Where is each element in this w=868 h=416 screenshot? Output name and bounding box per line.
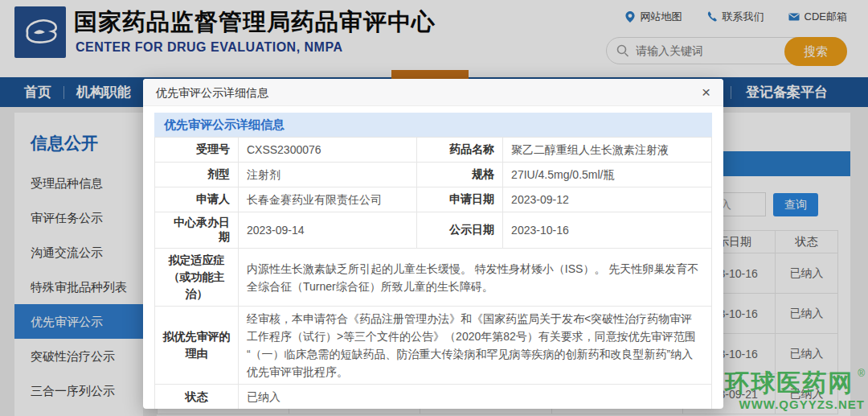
- detail-row: 拟定适应症（或功能主治）内源性生长激素缺乏所引起的儿童生长缓慢。 特发性身材矮小…: [155, 249, 712, 307]
- detail-value: 长春金赛药业有限责任公司: [238, 187, 416, 212]
- modal-title: 优先审评公示详细信息: [143, 79, 723, 106]
- detail-label: 公示日期: [416, 212, 502, 249]
- detail-label: 规格: [416, 163, 502, 187]
- close-icon[interactable]: ×: [702, 79, 710, 106]
- watermark-reg: ®: [858, 368, 865, 379]
- detail-label: 中心承办日期: [155, 212, 239, 249]
- detail-label: 剂型: [155, 163, 239, 187]
- detail-table: 受理号CXSS2300076药品名称聚乙二醇重组人生长激素注射液剂型注射剂规格2…: [154, 137, 712, 409]
- detail-value: 27IU/4.5mg/0.5ml/瓶: [503, 163, 712, 187]
- detail-row: 中心承办日期2023-09-14公示日期2023-10-16: [155, 212, 712, 249]
- detail-value: 聚乙二醇重组人生长激素注射液: [503, 138, 712, 163]
- detail-value: CXSS2300076: [238, 138, 416, 163]
- detail-label: 申请日期: [416, 187, 502, 212]
- detail-row: 状态已纳入: [155, 385, 712, 410]
- modal-titlebar: 优先审评公示详细信息 ×: [143, 79, 723, 106]
- detail-row: 剂型注射剂规格27IU/4.5mg/0.5ml/瓶: [155, 163, 712, 187]
- detail-label: 拟优先审评的理由: [155, 307, 239, 385]
- detail-row: 受理号CXSS2300076药品名称聚乙二醇重组人生长激素注射液: [155, 138, 712, 163]
- detail-value: 内源性生长激素缺乏所引起的儿童生长缓慢。 特发性身材矮小（ISS）。 先天性卵巢…: [238, 249, 711, 307]
- detail-label: 受理号: [155, 138, 239, 163]
- detail-label: 申请人: [155, 187, 239, 212]
- detail-value: 注射剂: [238, 163, 416, 187]
- detail-value: 经审核，本申请符合《药品注册管理办法》和《国家药监局关于发布<突破性治疗药物审评…: [238, 307, 711, 385]
- detail-value: 2023-09-12: [503, 187, 712, 212]
- detail-label: 药品名称: [416, 138, 502, 163]
- modal-body: 优先审评公示详细信息 受理号CXSS2300076药品名称聚乙二醇重组人生长激素…: [143, 106, 723, 409]
- detail-value: 2023-09-14: [238, 212, 416, 249]
- detail-row: 拟优先审评的理由经审核，本申请符合《药品注册管理办法》和《国家药监局关于发布<突…: [155, 307, 712, 385]
- page: 国家药品监督管理局药品审评中心 CENTER FOR DRUG EVALUATI…: [0, 0, 868, 416]
- detail-value: 2023-10-16: [503, 212, 712, 249]
- detail-label: 状态: [155, 385, 239, 410]
- detail-row: 申请人长春金赛药业有限责任公司申请日期2023-09-12: [155, 187, 712, 212]
- detail-label: 拟定适应症（或功能主治）: [155, 249, 239, 307]
- detail-value: 已纳入: [238, 385, 711, 410]
- modal-priority-review-detail: 优先审评公示详细信息 × 优先审评公示详细信息 受理号CXSS2300076药品…: [143, 79, 723, 409]
- watermark-name: 环球医药网: [725, 367, 854, 400]
- modal-section-title: 优先审评公示详细信息: [154, 113, 712, 137]
